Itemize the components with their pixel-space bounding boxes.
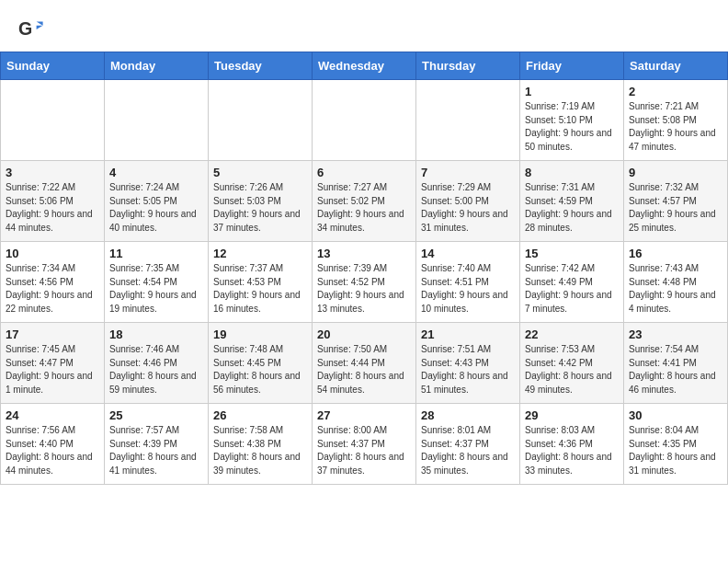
- calendar-cell: 1Sunrise: 7:19 AM Sunset: 5:10 PM Daylig…: [520, 80, 624, 161]
- calendar-cell: 25Sunrise: 7:57 AM Sunset: 4:39 PM Dayli…: [105, 404, 209, 485]
- svg-marker-1: [37, 22, 43, 26]
- calendar-cell: 26Sunrise: 7:58 AM Sunset: 4:38 PM Dayli…: [209, 404, 313, 485]
- calendar-cell: 13Sunrise: 7:39 AM Sunset: 4:52 PM Dayli…: [313, 242, 416, 323]
- calendar-header: SundayMondayTuesdayWednesdayThursdayFrid…: [1, 52, 728, 80]
- day-info: Sunrise: 7:51 AM Sunset: 4:43 PM Dayligh…: [421, 343, 515, 396]
- day-number: 22: [525, 327, 619, 341]
- calendar-cell: 2Sunrise: 7:21 AM Sunset: 5:08 PM Daylig…: [624, 80, 728, 161]
- day-info: Sunrise: 7:43 AM Sunset: 4:48 PM Dayligh…: [629, 262, 722, 316]
- day-number: 17: [6, 327, 99, 341]
- day-number: 19: [213, 327, 307, 341]
- svg-text:G: G: [18, 18, 32, 39]
- calendar-cell: [1, 80, 105, 161]
- day-info: Sunrise: 7:21 AM Sunset: 5:08 PM Dayligh…: [629, 100, 722, 154]
- day-info: Sunrise: 7:32 AM Sunset: 4:57 PM Dayligh…: [629, 181, 722, 235]
- day-info: Sunrise: 7:24 AM Sunset: 5:05 PM Dayligh…: [109, 181, 203, 235]
- day-info: Sunrise: 7:40 AM Sunset: 4:51 PM Dayligh…: [421, 262, 515, 316]
- day-info: Sunrise: 7:31 AM Sunset: 4:59 PM Dayligh…: [525, 181, 619, 235]
- calendar-cell: [105, 80, 209, 161]
- calendar-cell: 14Sunrise: 7:40 AM Sunset: 4:51 PM Dayli…: [416, 242, 520, 323]
- calendar-cell: 28Sunrise: 8:01 AM Sunset: 4:37 PM Dayli…: [416, 404, 520, 485]
- day-info: Sunrise: 7:53 AM Sunset: 4:42 PM Dayligh…: [525, 343, 619, 396]
- calendar-cell: 20Sunrise: 7:50 AM Sunset: 4:44 PM Dayli…: [313, 323, 416, 404]
- calendar-cell: 15Sunrise: 7:42 AM Sunset: 4:49 PM Dayli…: [520, 242, 624, 323]
- page-container: G SundayMondayTuesdayWednesdayThursdayFr…: [0, 0, 728, 485]
- logo: G: [18, 17, 48, 42]
- day-number: 5: [213, 166, 307, 179]
- day-number: 13: [317, 247, 411, 260]
- calendar-cell: 30Sunrise: 8:04 AM Sunset: 4:35 PM Dayli…: [624, 404, 728, 485]
- weekday-header-thursday: Thursday: [416, 52, 520, 80]
- day-number: 10: [6, 247, 99, 260]
- day-info: Sunrise: 8:00 AM Sunset: 4:37 PM Dayligh…: [317, 424, 411, 477]
- calendar-cell: 19Sunrise: 7:48 AM Sunset: 4:45 PM Dayli…: [209, 323, 313, 404]
- calendar-cell: 3Sunrise: 7:22 AM Sunset: 5:06 PM Daylig…: [1, 161, 105, 242]
- day-info: Sunrise: 7:58 AM Sunset: 4:38 PM Dayligh…: [213, 424, 307, 477]
- week-row-2: 10Sunrise: 7:34 AM Sunset: 4:56 PM Dayli…: [1, 242, 728, 323]
- calendar-cell: 24Sunrise: 7:56 AM Sunset: 4:40 PM Dayli…: [1, 404, 105, 485]
- day-number: 1: [525, 85, 619, 98]
- calendar-cell: 5Sunrise: 7:26 AM Sunset: 5:03 PM Daylig…: [209, 161, 313, 242]
- calendar-cell: 9Sunrise: 7:32 AM Sunset: 4:57 PM Daylig…: [624, 161, 728, 242]
- day-number: 4: [109, 166, 203, 179]
- calendar-cell: 10Sunrise: 7:34 AM Sunset: 4:56 PM Dayli…: [1, 242, 105, 323]
- day-info: Sunrise: 7:46 AM Sunset: 4:46 PM Dayligh…: [109, 343, 203, 396]
- calendar-cell: 29Sunrise: 8:03 AM Sunset: 4:36 PM Dayli…: [520, 404, 624, 485]
- calendar-cell: 8Sunrise: 7:31 AM Sunset: 4:59 PM Daylig…: [520, 161, 624, 242]
- day-info: Sunrise: 7:57 AM Sunset: 4:39 PM Dayligh…: [109, 424, 203, 477]
- day-number: 30: [629, 408, 722, 422]
- calendar-cell: [416, 80, 520, 161]
- day-info: Sunrise: 7:29 AM Sunset: 5:00 PM Dayligh…: [421, 181, 515, 235]
- calendar-cell: 7Sunrise: 7:29 AM Sunset: 5:00 PM Daylig…: [416, 161, 520, 242]
- calendar-cell: 23Sunrise: 7:54 AM Sunset: 4:41 PM Dayli…: [624, 323, 728, 404]
- day-info: Sunrise: 7:48 AM Sunset: 4:45 PM Dayligh…: [213, 343, 307, 396]
- day-info: Sunrise: 8:03 AM Sunset: 4:36 PM Dayligh…: [525, 424, 619, 477]
- calendar-cell: 12Sunrise: 7:37 AM Sunset: 4:53 PM Dayli…: [209, 242, 313, 323]
- weekday-header-friday: Friday: [520, 52, 624, 80]
- calendar-cell: 6Sunrise: 7:27 AM Sunset: 5:02 PM Daylig…: [313, 161, 416, 242]
- day-info: Sunrise: 7:19 AM Sunset: 5:10 PM Dayligh…: [525, 100, 619, 154]
- day-info: Sunrise: 7:34 AM Sunset: 4:56 PM Dayligh…: [6, 262, 99, 316]
- calendar: SundayMondayTuesdayWednesdayThursdayFrid…: [0, 52, 728, 485]
- day-number: 16: [629, 247, 722, 260]
- calendar-cell: [313, 80, 416, 161]
- logo-icon: G: [18, 17, 44, 42]
- calendar-cell: [209, 80, 313, 161]
- calendar-cell: 18Sunrise: 7:46 AM Sunset: 4:46 PM Dayli…: [105, 323, 209, 404]
- day-number: 27: [317, 408, 411, 422]
- day-info: Sunrise: 8:01 AM Sunset: 4:37 PM Dayligh…: [421, 424, 515, 477]
- week-row-0: 1Sunrise: 7:19 AM Sunset: 5:10 PM Daylig…: [1, 80, 728, 161]
- calendar-cell: 21Sunrise: 7:51 AM Sunset: 4:43 PM Dayli…: [416, 323, 520, 404]
- day-number: 20: [317, 327, 411, 341]
- day-number: 23: [629, 327, 722, 341]
- day-info: Sunrise: 7:27 AM Sunset: 5:02 PM Dayligh…: [317, 181, 411, 235]
- weekday-header-saturday: Saturday: [624, 52, 728, 80]
- calendar-cell: 17Sunrise: 7:45 AM Sunset: 4:47 PM Dayli…: [1, 323, 105, 404]
- day-info: Sunrise: 7:42 AM Sunset: 4:49 PM Dayligh…: [525, 262, 619, 316]
- day-info: Sunrise: 7:54 AM Sunset: 4:41 PM Dayligh…: [629, 343, 722, 396]
- svg-marker-2: [37, 26, 43, 29]
- day-number: 21: [421, 327, 515, 341]
- day-number: 29: [525, 408, 619, 422]
- day-info: Sunrise: 7:39 AM Sunset: 4:52 PM Dayligh…: [317, 262, 411, 316]
- day-info: Sunrise: 7:35 AM Sunset: 4:54 PM Dayligh…: [109, 262, 203, 316]
- day-info: Sunrise: 7:37 AM Sunset: 4:53 PM Dayligh…: [213, 262, 307, 316]
- day-number: 6: [317, 166, 411, 179]
- day-number: 26: [213, 408, 307, 422]
- calendar-cell: 11Sunrise: 7:35 AM Sunset: 4:54 PM Dayli…: [105, 242, 209, 323]
- calendar-cell: 4Sunrise: 7:24 AM Sunset: 5:05 PM Daylig…: [105, 161, 209, 242]
- day-info: Sunrise: 7:50 AM Sunset: 4:44 PM Dayligh…: [317, 343, 411, 396]
- day-number: 25: [109, 408, 203, 422]
- weekday-header-row: SundayMondayTuesdayWednesdayThursdayFrid…: [1, 52, 728, 80]
- day-info: Sunrise: 7:26 AM Sunset: 5:03 PM Dayligh…: [213, 181, 307, 235]
- calendar-cell: 16Sunrise: 7:43 AM Sunset: 4:48 PM Dayli…: [624, 242, 728, 323]
- day-number: 7: [421, 166, 515, 179]
- week-row-3: 17Sunrise: 7:45 AM Sunset: 4:47 PM Dayli…: [1, 323, 728, 404]
- weekday-header-monday: Monday: [105, 52, 209, 80]
- weekday-header-sunday: Sunday: [1, 52, 105, 80]
- weekday-header-wednesday: Wednesday: [313, 52, 416, 80]
- day-number: 12: [213, 247, 307, 260]
- weekday-header-tuesday: Tuesday: [209, 52, 313, 80]
- day-info: Sunrise: 7:56 AM Sunset: 4:40 PM Dayligh…: [6, 424, 99, 477]
- day-number: 8: [525, 166, 619, 179]
